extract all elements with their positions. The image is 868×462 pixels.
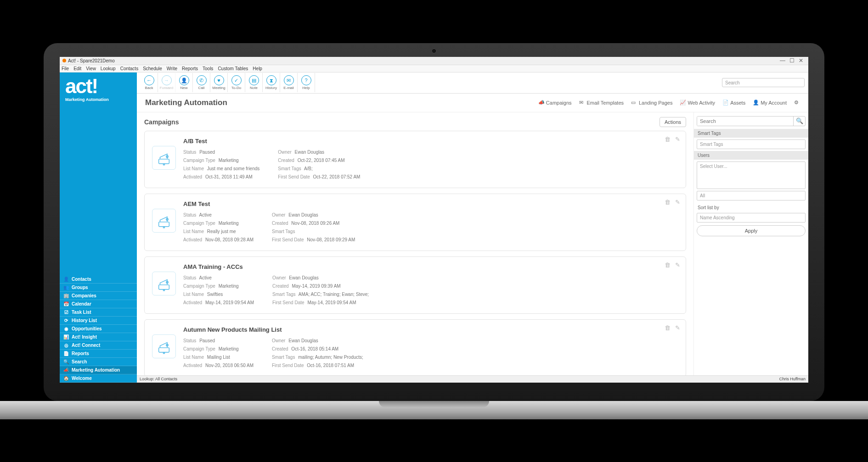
delete-icon[interactable]: 🗑 [665, 262, 671, 268]
smart-tags-header: Smart Tags [694, 129, 808, 138]
filter-search-button[interactable]: 🔍 [793, 117, 805, 126]
delete-icon[interactable]: 🗑 [665, 136, 671, 143]
toolbar-to-do-button[interactable]: ✓To-Do [228, 73, 245, 92]
sidebar-item-task-list[interactable]: ☑Task List [60, 308, 137, 317]
delete-icon[interactable]: 🗑 [665, 324, 671, 331]
menubar: FileEditViewLookupContactsScheduleWriteR… [60, 65, 808, 72]
smart-tags-input[interactable]: Smart Tags [697, 139, 806, 149]
campaign-card[interactable]: A/B TestStatus PausedCampaign Type Marke… [144, 131, 686, 188]
all-filter[interactable]: All [697, 191, 806, 200]
sort-select[interactable]: Name Ascending [697, 213, 806, 223]
sidebar-item-history-list[interactable]: ⟳History List [60, 317, 137, 325]
menu-view[interactable]: View [86, 66, 96, 71]
nav-link-landing-pages[interactable]: ▭Landing Pages [631, 100, 672, 106]
welcome-icon: 🏠 [63, 376, 69, 381]
campaign-card[interactable]: AEM TestStatus ActiveCampaign Type Marke… [144, 194, 686, 251]
groups-icon: 👥 [63, 285, 69, 290]
users-header: Users [694, 151, 808, 160]
close-button[interactable]: ✕ [796, 57, 806, 64]
users-select[interactable]: Select User... [697, 161, 806, 189]
help-icon: ? [301, 75, 311, 85]
toolbar-note-button[interactable]: ▤Note [245, 73, 263, 92]
campaign-card[interactable]: Autumn New Products Mailing ListStatus P… [144, 319, 686, 375]
landing-pages-icon: ▭ [631, 100, 637, 106]
menu-lookup[interactable]: Lookup [101, 66, 116, 71]
svg-rect-9 [159, 347, 169, 352]
menu-write[interactable]: Write [167, 66, 177, 71]
campaign-title: A/B Test [183, 138, 678, 145]
campaign-details-right: Owner Ewan DouglasCreated Oct-16, 2018 0… [272, 337, 363, 370]
campaign-card[interactable]: AMA Training - ACCsStatus ActiveCampaign… [144, 256, 686, 314]
reports-icon: 📄 [63, 351, 69, 356]
delete-icon[interactable]: 🗑 [665, 199, 671, 206]
call-icon: ✆ [197, 75, 207, 85]
logo-block: act! Marketing Automation [60, 72, 137, 104]
actions-button[interactable]: Actions [659, 117, 686, 127]
nav-link-assets[interactable]: 📄Assets [722, 100, 745, 106]
logo-subtitle: Marketing Automation [65, 97, 131, 102]
contacts-icon: 👤 [63, 277, 69, 282]
window-titlebar: Act! - Spare2021Demo — ☐ ✕ [60, 57, 808, 65]
sidebar-item-marketing-automation[interactable]: 📣Marketing Automation [60, 366, 137, 374]
svg-rect-3 [159, 222, 169, 226]
sidebar-item-welcome[interactable]: 🏠Welcome [60, 374, 137, 383]
menu-reports[interactable]: Reports [182, 66, 198, 71]
edit-icon[interactable]: ✎ [675, 324, 680, 331]
act-insight-icon: 📊 [63, 334, 69, 340]
sidebar-item-reports[interactable]: 📄Reports [60, 350, 137, 358]
toolbar-help-button[interactable]: ?Help [298, 73, 315, 92]
marketing-automation-icon: 📣 [63, 367, 69, 373]
svg-rect-5 [163, 226, 165, 228]
toolbar-call-button[interactable]: ✆Call [193, 73, 210, 92]
nav-link-web-activity[interactable]: 📈Web Activity [680, 100, 715, 106]
toolbar-back-button[interactable]: ←Back [141, 73, 158, 92]
campaign-details-right: Owner Ewan DouglasCreated Oct-22, 2018 0… [278, 148, 360, 181]
edit-icon[interactable]: ✎ [675, 262, 680, 268]
nav-link-my-account[interactable]: 👤My Account [753, 100, 787, 106]
menu-schedule[interactable]: Schedule [143, 66, 162, 71]
history-list-icon: ⟳ [63, 318, 69, 323]
edit-icon[interactable]: ✎ [675, 136, 680, 143]
nav-link-email-templates[interactable]: ✉Email Templates [579, 100, 624, 106]
nav-link-campaigns[interactable]: 📣Campaigns [538, 100, 572, 106]
sidebar-item-calendar[interactable]: 📅Calendar [60, 300, 137, 308]
svg-rect-0 [159, 159, 169, 163]
menu-edit[interactable]: Edit [73, 66, 81, 71]
search-icon: 🔍 [63, 359, 69, 364]
history-icon: ⧗ [266, 75, 276, 85]
toolbar-new-button[interactable]: 👤New [175, 73, 193, 92]
toolbar-forward-button: →Forward [158, 73, 175, 92]
minimize-button[interactable]: — [778, 57, 787, 64]
menu-help[interactable]: Help [253, 66, 262, 71]
assets-icon: 📄 [722, 100, 728, 106]
menu-contacts[interactable]: Contacts [120, 66, 138, 71]
sidebar-item-opportunities[interactable]: ◉Opportunities [60, 325, 137, 333]
campaign-title: AMA Training - ACCs [183, 263, 678, 270]
sidebar-item-act-insight[interactable]: 📊Act! Insight [60, 333, 137, 341]
filter-search-input[interactable] [697, 117, 793, 126]
toolbar-search-input[interactable]: Search [722, 78, 805, 87]
my-account-icon: 👤 [753, 100, 759, 106]
sidebar-item-act-connect[interactable]: ◎Act! Connect [60, 341, 137, 350]
sidebar-item-contacts[interactable]: 👤Contacts [60, 275, 137, 284]
campaigns-heading: Campaigns [144, 118, 179, 126]
apply-button[interactable]: Apply [697, 225, 806, 236]
sidebar-item-groups[interactable]: 👥Groups [60, 284, 137, 292]
sidebar-item-search[interactable]: 🔍Search [60, 358, 137, 366]
window-title: Act! - Spare2021Demo [68, 58, 115, 63]
menu-tools[interactable]: Tools [203, 66, 213, 71]
campaign-icon [152, 146, 176, 170]
sidebar-item-companies[interactable]: 🏢Companies [60, 292, 137, 300]
toolbar-meeting-button[interactable]: ♥Meeting [210, 73, 228, 92]
edit-icon[interactable]: ✎ [675, 199, 680, 206]
menu-file[interactable]: File [62, 66, 69, 71]
svg-rect-11 [163, 352, 165, 353]
to-do-icon: ✓ [231, 75, 242, 85]
toolbar-e-mail-button[interactable]: ✉E-mail [280, 73, 298, 92]
campaign-icon [152, 272, 176, 295]
maximize-button[interactable]: ☐ [787, 57, 796, 64]
toolbar-history-button[interactable]: ⧗History [263, 73, 280, 92]
svg-rect-6 [159, 284, 169, 289]
settings-icon[interactable]: ⚙ [794, 100, 800, 106]
menu-custom-tables[interactable]: Custom Tables [218, 66, 248, 71]
